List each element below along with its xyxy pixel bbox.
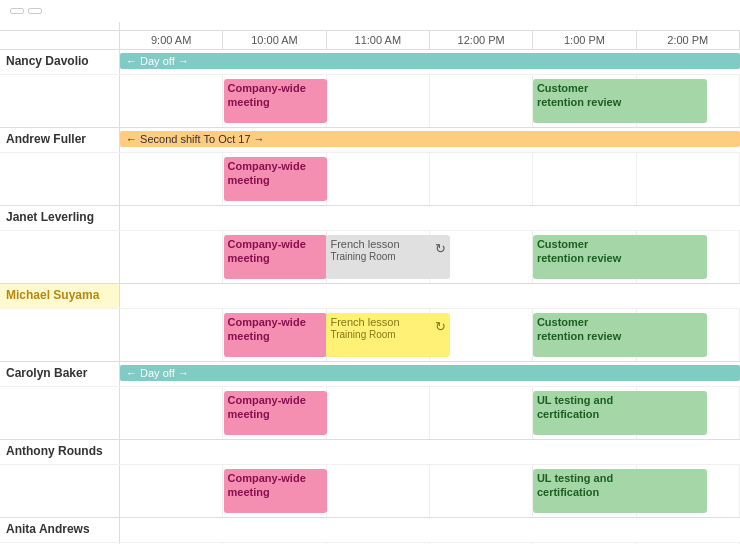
person-label-1: Andrew Fuller [0, 128, 120, 152]
events-label-0 [0, 75, 120, 127]
event-block-3-2[interactable]: Customerretention review [533, 313, 707, 357]
time-header-row: 9:00 AM10:00 AM11:00 AM12:00 PM1:00 PM2:… [0, 31, 740, 50]
time-col-3-0 [120, 309, 223, 361]
time-col-1-3 [430, 153, 533, 205]
allday-content-4: ← Day off → [120, 362, 740, 386]
events-content-1: Company-widemeeting [120, 153, 740, 205]
allday-content-0: ← Day off → [120, 50, 740, 74]
events-row-1: Company-widemeeting [0, 152, 740, 205]
people-rows: Nancy Davolio← Day off →Company-widemeet… [0, 50, 740, 544]
event-block-2-1[interactable]: French lessonTraining Room↻ [326, 235, 450, 279]
event-block-3-0[interactable]: Company-widemeeting [224, 313, 328, 357]
person-group-4: Carolyn Baker← Day off →Company-widemeet… [0, 362, 740, 440]
time-col-4-3 [430, 387, 533, 439]
event-block-2-0[interactable]: Company-widemeeting [224, 235, 328, 279]
person-label-5: Anthony Rounds [0, 440, 120, 464]
time-slot-header-5: 2:00 PM [637, 31, 740, 49]
time-col-1-2 [327, 153, 430, 205]
name-row-5: Anthony Rounds [0, 440, 740, 464]
time-col-5-2 [327, 465, 430, 517]
event-block-5-1[interactable]: UL testing andcertification [533, 469, 707, 513]
person-group-0: Nancy Davolio← Day off →Company-widemeet… [0, 50, 740, 128]
time-col-5-3 [430, 465, 533, 517]
time-slot-header-4: 1:00 PM [533, 31, 636, 49]
event-block-4-0[interactable]: Company-widemeeting [224, 391, 328, 435]
event-block-2-2[interactable]: Customerretention review [533, 235, 707, 279]
events-content-4: Company-widemeetingUL testing andcertifi… [120, 387, 740, 439]
events-row-2: Company-widemeetingFrench lessonTraining… [0, 230, 740, 283]
next-nav-button[interactable] [28, 8, 42, 14]
person-name-4: Carolyn Baker [0, 362, 119, 384]
calendar-container: 9:00 AM10:00 AM11:00 AM12:00 PM1:00 PM2:… [0, 22, 740, 544]
time-col-5-0 [120, 465, 223, 517]
person-label-2: Janet Leverling [0, 206, 120, 230]
events-label-5 [0, 465, 120, 517]
time-columns-header: 9:00 AM10:00 AM11:00 AM12:00 PM1:00 PM2:… [120, 31, 740, 49]
events-label-2 [0, 231, 120, 283]
time-slot-header-2: 11:00 AM [327, 31, 430, 49]
allday-content-1: ← Second shift To Oct 17 → [120, 128, 740, 152]
person-label-3: Michael Suyama [0, 284, 120, 308]
event-block-0-0[interactable]: Company-widemeeting [224, 79, 328, 123]
day-label-row [0, 22, 740, 31]
time-slot-header-1: 10:00 AM [223, 31, 326, 49]
person-group-6: Anita AndrewsCompany-widemeetingUL testi… [0, 518, 740, 544]
events-content-2: Company-widemeetingFrench lessonTraining… [120, 231, 740, 283]
event-block-1-0[interactable]: Company-widemeeting [224, 157, 328, 201]
time-col-1-5 [637, 153, 740, 205]
time-slot-header-3: 12:00 PM [430, 31, 533, 49]
allday-row-1: Andrew Fuller← Second shift To Oct 17 → [0, 128, 740, 152]
events-label-4 [0, 387, 120, 439]
time-slot-header-0: 9:00 AM [120, 31, 223, 49]
time-col-0-3 [430, 75, 533, 127]
row-label-day-empty [0, 22, 120, 30]
name-row-3: Michael Suyama [0, 284, 740, 308]
time-grid-1 [120, 153, 740, 205]
time-col-2-0 [120, 231, 223, 283]
event-block-3-1[interactable]: French lessonTraining Room↻ [326, 313, 450, 357]
time-col-1-4 [533, 153, 636, 205]
allday-bar-0[interactable]: ← Day off → [120, 53, 740, 69]
person-group-2: Janet LeverlingCompany-widemeetingFrench… [0, 206, 740, 284]
events-content-5: Company-widemeetingUL testing andcertifi… [120, 465, 740, 517]
person-label-0: Nancy Davolio [0, 50, 120, 74]
time-col-4-0 [120, 387, 223, 439]
events-label-1 [0, 153, 120, 205]
time-col-0-0 [120, 75, 223, 127]
person-group-5: Anthony RoundsCompany-widemeetingUL test… [0, 440, 740, 518]
events-content-3: Company-widemeetingFrench lessonTraining… [120, 309, 740, 361]
events-row-0: Company-widemeetingCustomerretention rev… [0, 74, 740, 127]
time-col-4-2 [327, 387, 430, 439]
events-row-5: Company-widemeetingUL testing andcertifi… [0, 464, 740, 517]
events-label-3 [0, 309, 120, 361]
person-label-6: Anita Andrews [0, 518, 120, 542]
allday-row-4: Carolyn Baker← Day off → [0, 362, 740, 386]
person-group-3: Michael SuyamaCompany-widemeetingFrench … [0, 284, 740, 362]
time-col-0-2 [327, 75, 430, 127]
allday-row-0: Nancy Davolio← Day off → [0, 50, 740, 74]
time-col-1-0 [120, 153, 223, 205]
name-row-6: Anita Andrews [0, 518, 740, 542]
event-block-0-1[interactable]: Customerretention review [533, 79, 707, 123]
event-block-4-1[interactable]: UL testing andcertification [533, 391, 707, 435]
events-row-3: Company-widemeetingFrench lessonTraining… [0, 308, 740, 361]
events-row-4: Company-widemeetingUL testing andcertifi… [0, 386, 740, 439]
header-nav [0, 0, 740, 22]
allday-bar-4[interactable]: ← Day off → [120, 365, 740, 381]
person-name-0: Nancy Davolio [0, 50, 119, 72]
person-name-1: Andrew Fuller [0, 128, 119, 150]
day-label-cell [120, 22, 740, 30]
events-content-0: Company-widemeetingCustomerretention rev… [120, 75, 740, 127]
prev-nav-button[interactable] [10, 8, 24, 14]
allday-bar-1[interactable]: ← Second shift To Oct 17 → [120, 131, 740, 147]
event-block-5-0[interactable]: Company-widemeeting [224, 469, 328, 513]
person-group-1: Andrew Fuller← Second shift To Oct 17 →C… [0, 128, 740, 206]
name-row-2: Janet Leverling [0, 206, 740, 230]
person-label-4: Carolyn Baker [0, 362, 120, 386]
row-label-header [0, 31, 120, 49]
